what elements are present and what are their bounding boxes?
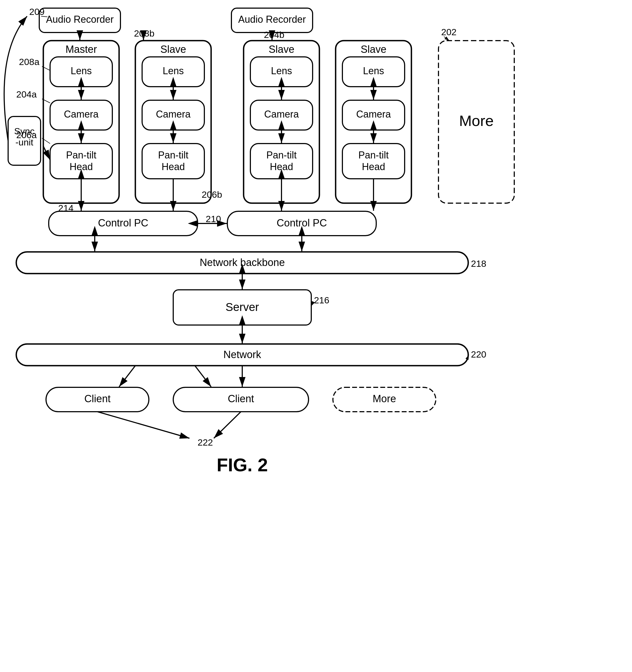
ref-222: 222 xyxy=(198,437,213,448)
lens2-label: Lens xyxy=(163,65,184,76)
audio-recorder1-label: Audio Recorder xyxy=(46,14,114,25)
pantilt3-label2: Head xyxy=(270,161,293,172)
pantilt3-label1: Pan-tilt xyxy=(266,149,297,161)
audio-recorder2-label: Audio Recorder xyxy=(238,14,306,25)
more-cameras-label: More xyxy=(459,112,494,129)
master-label: Master xyxy=(66,44,97,55)
svg-line-54 xyxy=(214,412,241,438)
pantilt1-label1: Pan-tilt xyxy=(66,149,96,161)
ref-208b: 208b xyxy=(134,28,155,39)
pantilt4-label1: Pan-tilt xyxy=(358,149,389,161)
ref-209: 209 xyxy=(29,6,45,17)
ref-206b: 206b xyxy=(202,189,222,200)
server-label: Server xyxy=(225,301,259,313)
slave1-label: Slave xyxy=(160,44,186,55)
diagram-container: Master Lens Camera Pan-tilt Head Slave L… xyxy=(0,0,632,672)
fig-label: FIG. 2 xyxy=(217,455,268,475)
svg-line-48 xyxy=(195,366,211,387)
ref-216: 216 xyxy=(314,295,329,305)
pantilt1-label2: Head xyxy=(70,161,93,172)
client2-label: Client xyxy=(228,393,254,404)
svg-line-53 xyxy=(97,412,189,438)
pantilt2-label2: Head xyxy=(161,161,185,172)
pantilt2-label1: Pan-tilt xyxy=(158,149,188,161)
ref-214: 214 xyxy=(58,203,74,213)
pantilt4-label2: Head xyxy=(362,161,385,172)
ref-206a: 206a xyxy=(16,130,37,140)
lens3-label: Lens xyxy=(271,65,292,76)
ref-204a: 204a xyxy=(16,89,37,99)
slave3-label: Slave xyxy=(360,44,386,55)
ref-202: 202 xyxy=(441,27,457,37)
camera2-label: Camera xyxy=(156,109,191,120)
svg-line-56 xyxy=(444,37,449,41)
camera1-label: Camera xyxy=(64,109,99,120)
ref-204b: 204b xyxy=(264,29,284,40)
client1-label: Client xyxy=(84,393,111,404)
ref-218: 218 xyxy=(471,258,486,269)
lens4-label: Lens xyxy=(363,65,384,76)
svg-line-47 xyxy=(119,366,135,387)
ref-208a: 208a xyxy=(19,56,40,67)
slave2-label: Slave xyxy=(269,44,294,55)
network-backbone-label: Network backbone xyxy=(200,257,285,268)
lens1-label: Lens xyxy=(71,65,92,76)
control-pc1-label: Control PC xyxy=(98,217,148,229)
svg-line-32 xyxy=(43,146,50,160)
more-clients-label: More xyxy=(373,393,396,404)
control-pc2-label: Control PC xyxy=(277,217,327,229)
ref-210: 210 xyxy=(206,214,221,224)
camera4-label: Camera xyxy=(356,109,391,120)
ref-220: 220 xyxy=(471,349,486,359)
network-label: Network xyxy=(223,349,261,360)
camera3-label: Camera xyxy=(264,109,299,120)
